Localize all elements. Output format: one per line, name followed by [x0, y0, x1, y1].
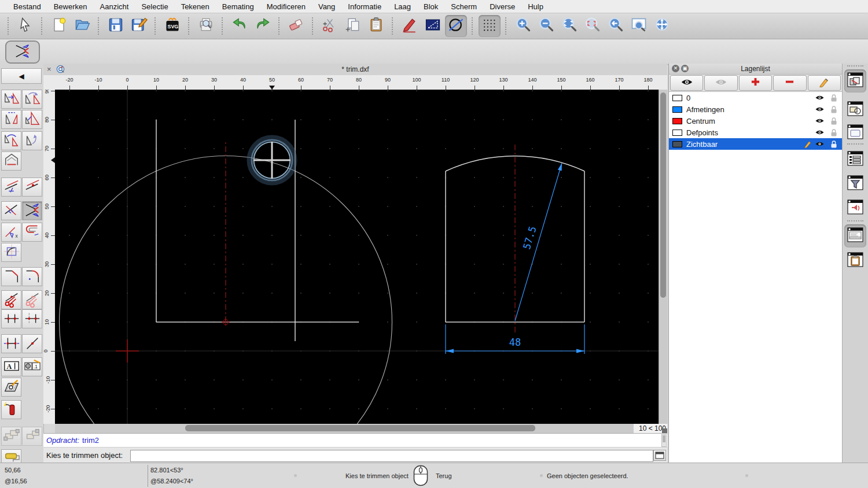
mod-block1-button[interactable] [1, 427, 21, 446]
command-options-button[interactable] [653, 450, 666, 461]
layer-lock-icon[interactable] [830, 105, 837, 114]
mod-offset-u-button[interactable] [22, 223, 42, 242]
mod-block2-button[interactable] [22, 427, 42, 446]
mod-trim-button[interactable] [1, 201, 21, 220]
mod-cut2-button[interactable] [22, 290, 42, 309]
print-preview-button[interactable] [195, 15, 217, 37]
current-tool-button[interactable] [5, 40, 40, 64]
paste-button[interactable] [365, 15, 387, 37]
layer-row-0[interactable]: 0 [669, 92, 842, 103]
layer-visibility-eye-icon[interactable] [815, 130, 825, 135]
eraser-button[interactable] [285, 15, 307, 37]
drawing-canvas[interactable]: 57.548 [55, 90, 659, 424]
mod-stretch-button[interactable] [1, 334, 21, 353]
cut-button[interactable] [319, 15, 341, 37]
mod-text-edit-button[interactable]: A [1, 357, 21, 376]
copy-button[interactable] [342, 15, 364, 37]
palette-back-button[interactable]: ◀ [1, 68, 42, 84]
layer-visibility-eye-icon[interactable] [815, 106, 825, 112]
horizontal-scrollbar-thumb[interactable] [185, 425, 535, 431]
list-window-button[interactable] [844, 148, 866, 171]
mod-dim-edit-button[interactable]: .1 [22, 357, 42, 376]
menu-item-informatie[interactable]: Informatie [341, 2, 388, 11]
mod-hatch-edit-button[interactable] [1, 378, 21, 397]
cad-drawing[interactable]: 57.548 [55, 90, 659, 424]
mod-arcbox-button[interactable] [1, 243, 21, 262]
command-window-button[interactable] [844, 224, 866, 247]
mod-bend-button[interactable] [22, 131, 42, 150]
mod-explode-button[interactable] [1, 400, 21, 419]
block-list-window-button[interactable] [844, 98, 866, 121]
menu-item-bewerken[interactable]: Bewerken [47, 2, 94, 11]
menu-item-diverse[interactable]: Diverse [483, 2, 521, 11]
menu-item-aanzicht[interactable]: Aanzicht [94, 2, 135, 11]
layer-edit-pencil-icon[interactable] [804, 140, 812, 148]
mod-break-button[interactable] [22, 334, 42, 353]
layer-row-defpoints[interactable]: Defpoints [669, 127, 842, 138]
layer-row-afmetingen[interactable]: Afmetingen [669, 103, 842, 115]
mod-mirror-button[interactable] [1, 110, 21, 129]
menu-item-selectie[interactable]: Selectie [135, 2, 174, 11]
zoom-window-button[interactable] [628, 15, 650, 37]
layer-lock-icon[interactable] [830, 94, 837, 102]
remove-layer-button[interactable] [773, 75, 806, 91]
mod-cut-button[interactable] [1, 290, 21, 309]
vertical-scrollbar[interactable] [659, 90, 668, 424]
menu-item-bemating[interactable]: Bemating [216, 2, 260, 11]
menu-item-hulp[interactable]: Hulp [521, 2, 550, 11]
mod-scale-button[interactable] [22, 110, 42, 129]
mod-fillet-button[interactable] [22, 267, 42, 286]
mod-moverotate-button[interactable] [1, 131, 21, 150]
save-button[interactable] [105, 15, 127, 37]
layer-visibility-eye-icon[interactable] [815, 95, 825, 101]
grid-button[interactable] [479, 15, 501, 37]
mod-trimhouse-button[interactable] [1, 151, 21, 171]
layer-lock-icon[interactable] [830, 117, 837, 125]
mod-offset-dot-button[interactable] [22, 178, 42, 197]
panel-close-icon[interactable]: ✕ [672, 65, 679, 72]
open-file-button[interactable] [71, 15, 93, 37]
layer-visibility-eye-icon[interactable] [815, 141, 825, 147]
filter-window-button[interactable] [844, 172, 866, 195]
menu-item-blok[interactable]: Blok [417, 2, 444, 11]
mod-rotate-button[interactable] [22, 90, 42, 109]
view-window-button[interactable] [844, 121, 866, 145]
command-history-scrollbar-thumb[interactable] [663, 435, 665, 442]
clipboard-window-button[interactable] [844, 249, 866, 272]
zoom-selection-button[interactable] [582, 15, 604, 37]
menu-item-modificeren[interactable]: Modificeren [260, 2, 312, 11]
layer-lock-icon[interactable] [830, 128, 837, 137]
menu-item-scherm[interactable]: Scherm [444, 2, 483, 11]
mod-lengthen-button[interactable]: x [1, 223, 21, 242]
show-all-layers-button[interactable] [670, 75, 703, 91]
pointer-button[interactable] [14, 15, 36, 37]
mod-move-button[interactable] [1, 90, 21, 109]
mod-divide2-button[interactable] [22, 309, 42, 328]
redo-button[interactable] [252, 15, 274, 37]
new-file-button[interactable] [48, 15, 70, 37]
menu-item-vang[interactable]: Vang [312, 2, 341, 11]
trim-circle-button[interactable] [445, 15, 467, 37]
hide-all-layers-button[interactable] [704, 75, 737, 91]
selection-rect-button[interactable] [422, 15, 444, 37]
menu-item-laag[interactable]: Laag [388, 2, 417, 11]
menu-item-tekenen[interactable]: Tekenen [175, 2, 216, 11]
vertical-scrollbar-thumb[interactable] [660, 93, 666, 298]
edit-layer-button[interactable] [808, 75, 841, 91]
svg-export-button[interactable]: SVG [161, 15, 183, 37]
layer-row-zichtbaar[interactable]: Zichtbaar [669, 138, 842, 150]
zoom-out-button[interactable] [535, 15, 557, 37]
layer-row-centrum[interactable]: Centrum [669, 115, 842, 127]
zoom-in-button[interactable] [512, 15, 534, 37]
menu-item-bestand[interactable]: Bestand [7, 2, 47, 11]
layer-visibility-eye-icon[interactable] [815, 118, 825, 124]
mod-roller-button[interactable] [1, 449, 21, 463]
panel-float-icon[interactable]: ▣ [681, 65, 689, 72]
edit-pencil-button[interactable] [399, 15, 421, 37]
mod-offset-t-button[interactable] [1, 178, 21, 197]
save-as-button[interactable] [128, 15, 150, 37]
zoom-auto-button[interactable] [558, 15, 580, 37]
mod-chamfer-button[interactable] [1, 267, 21, 286]
command-input[interactable] [130, 450, 653, 462]
mod-trim2-button[interactable] [22, 201, 42, 220]
